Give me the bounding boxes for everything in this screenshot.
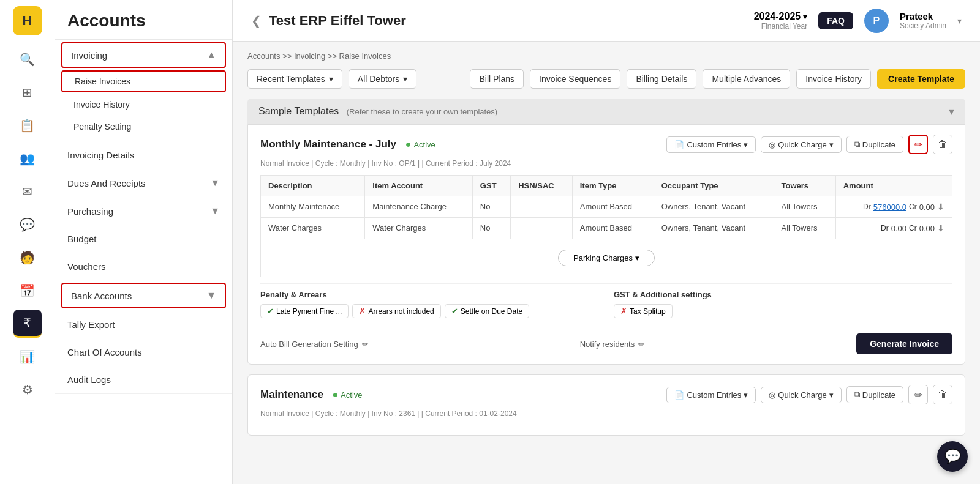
sidebar: Accounts Invoicing ▲ Raise Invoices Invo… [55,0,233,484]
invoice1-meta: Normal Invoice | Cycle : Monthly | Inv N… [260,159,952,168]
col-item-type: Item Type [572,176,654,196]
all-debtors-dropdown[interactable]: All Debtors ▾ [349,69,417,89]
sidebar-subitem-invoice-history[interactable]: Invoice History [55,94,232,116]
bill-plans-button[interactable]: Bill Plans [470,69,524,89]
chevron-up-icon: ▲ [206,50,216,61]
nav-users[interactable]: 👥 [13,144,42,173]
sidebar-item-purchasing[interactable]: Purchasing ▼ [55,197,232,225]
invoice1-custom-entries-btn[interactable]: 📄 Custom Entries ▾ [666,136,756,153]
sidebar-item-bank-accounts[interactable]: Bank Accounts ▼ [61,283,226,308]
generate-invoice-btn[interactable]: Generate Invoice [856,333,952,354]
invoice1-duplicate-btn[interactable]: ⧉ Duplicate [846,136,903,153]
recent-templates-label: Recent Templates [257,74,325,84]
nav-chart[interactable]: 📊 [13,343,42,371]
penalty-tags: ✔ Late Pyment Fine ... ✗ Arrears not inc… [260,304,599,318]
nav-search[interactable]: 🔍 [13,45,42,73]
gst-title: GST & Additional settings [614,290,952,299]
invoice2-custom-entries-btn[interactable]: 📄 Custom Entries ▾ [666,387,756,403]
invoice2-meta: Normal Invoice | Cycle : Monthly | Inv N… [260,409,952,418]
parking-charges-btn[interactable]: Parking Charges ▾ [558,250,655,266]
custom2-chevron-icon: ▾ [744,390,748,400]
app-logo[interactable]: H [13,6,42,35]
row2-gst: No [472,218,510,239]
sidebar-item-vouchers[interactable]: Vouchers [55,253,232,280]
edit-notify-icon[interactable]: ✏ [638,340,645,349]
cross2-icon: ✗ [620,307,627,316]
create-template-button[interactable]: Create Template [877,69,965,89]
col-description: Description [261,176,365,196]
row2-hsn [511,218,573,239]
col-towers: Towers [774,176,835,196]
faq-button[interactable]: FAQ [818,12,853,29]
user-info[interactable]: Prateek Society Admin [900,11,946,30]
col-hsn: HSN/SAC [511,176,573,196]
billing-details-button[interactable]: Billing Details [627,69,696,89]
row1-dr-amount[interactable]: 576000.0 [873,203,907,212]
row2-item-account: Water Charges [365,218,473,239]
sidebar-item-vouchers-label: Vouchers [67,261,106,272]
nav-mail[interactable]: ✉ [13,177,42,206]
row1-gst: No [472,196,510,218]
circle-icon: ◎ [769,140,775,149]
row1-towers: All Towers [774,196,835,218]
col-gst: GST [472,176,510,196]
sidebar-subitem-raise-invoices[interactable]: Raise Invoices [61,70,226,92]
file2-icon: 📄 [674,390,684,400]
row2-occupant-type: Owners, Tenant, Vacant [654,218,774,239]
nav-dashboard[interactable]: ⊞ [13,78,42,106]
sidebar-subitem-penalty-setting[interactable]: Penalty Setting [55,116,232,138]
nav-reports[interactable]: 📋 [13,111,42,140]
invoice1-quick-charge-btn[interactable]: ◎ Quick Charge ▾ [761,136,841,153]
chevron-down-icon-bank: ▼ [206,290,216,301]
tag-settle: ✔ Settle on Due Date [445,304,529,318]
invoice2-quick-charge-btn[interactable]: ◎ Quick Charge ▾ [761,387,841,403]
chevron-down-icon-dues: ▼ [210,177,220,188]
sidebar-item-audit-logs[interactable]: Audit Logs [55,366,232,393]
sidebar-item-tally[interactable]: Tally Export [55,311,232,338]
row1-cr-amount: 0.00 [919,203,935,212]
nav-chat[interactable]: 💬 [13,210,42,239]
invoice-card-2: Maintenance ● Active 📄 Custom Entries ▾ … [247,374,965,436]
invoice-sequences-button[interactable]: Invoice Sequences [530,69,620,89]
sidebar-title: Accounts [55,0,232,40]
nav-calendar[interactable]: 📅 [13,277,42,305]
invoice2-delete-btn[interactable]: 🗑 [933,385,952,404]
sidebar-item-budget-label: Budget [67,234,97,244]
download-icon[interactable]: ⬇ [937,202,944,212]
collapse-icon[interactable]: ▾ [949,105,954,118]
nav-person[interactable]: 🧑 [13,244,42,272]
download2-icon[interactable]: ⬇ [937,223,944,233]
sample-subtitle: (Refer these to create your own template… [347,107,497,116]
table-row: Water Charges Water Charges No Amount Ba… [261,218,952,239]
sidebar-toggle[interactable]: ❮ [251,13,262,28]
sidebar-item-invoicing-details[interactable]: Invoicing Details [55,141,232,169]
nav-rupee[interactable]: ₹ [13,310,42,338]
invoice2-header: Maintenance ● Active 📄 Custom Entries ▾ … [260,385,952,404]
multiple-advances-button[interactable]: Multiple Advances [703,69,790,89]
edit-icon: ✏ [914,139,922,151]
nav-settings[interactable]: ⚙ [13,376,42,404]
chat-fab-button[interactable]: 💬 [937,441,968,472]
invoice2-duplicate-btn[interactable]: ⧉ Duplicate [846,386,903,403]
sidebar-item-chart-accounts[interactable]: Chart Of Accounts [55,338,232,366]
fy-selector[interactable]: 2024-2025 ▾ Financial Year [754,11,808,31]
sidebar-item-invoicing[interactable]: Invoicing ▲ [61,42,226,68]
invoice1-status-badge: ● Active [405,139,435,150]
sidebar-item-budget[interactable]: Budget [55,225,232,253]
all-debtors-label: All Debtors [358,74,399,84]
edit-auto-bill-icon[interactable]: ✏ [362,340,369,349]
notify-residents: Notify residents ✏ [580,340,646,349]
sidebar-sub-invoicing: Raise Invoices Invoice History Penalty S… [55,70,232,141]
row1-item-type: Amount Based [572,196,654,218]
sidebar-item-dues[interactable]: Dues And Receipts ▼ [55,169,232,197]
main-content: ❮ Test ERP Eiffel Tower 2024-2025 ▾ Fina… [233,0,980,484]
invoice1-edit-btn[interactable]: ✏ [908,135,928,154]
invoice-history-button[interactable]: Invoice History [796,69,871,89]
invoice1-footer: Auto Bill Generation Setting ✏ Notify re… [260,327,952,354]
invoice1-delete-btn[interactable]: 🗑 [933,135,952,154]
recent-templates-dropdown[interactable]: Recent Templates ▾ [247,69,342,89]
active2-dot-icon: ● [332,389,338,400]
sidebar-item-invoicing-label: Invoicing [71,50,107,61]
invoice2-edit-btn[interactable]: ✏ [908,385,928,404]
row2-description: Water Charges [261,218,365,239]
